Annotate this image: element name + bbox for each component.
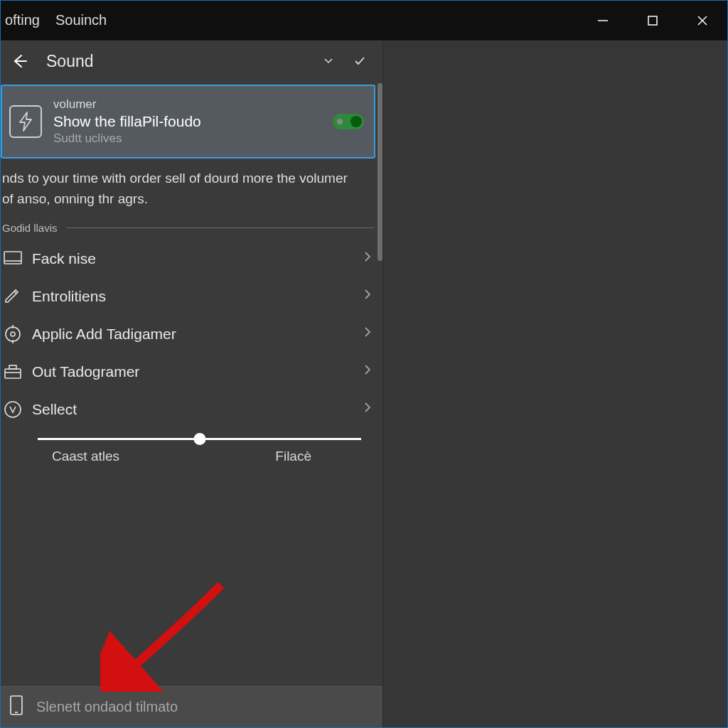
menu-label: Applic Add Tadigamer bbox=[32, 326, 364, 343]
content-area bbox=[383, 41, 727, 727]
circle-v-icon bbox=[4, 400, 32, 419]
slider-label-left: Caast atles bbox=[52, 449, 119, 464]
section-header: Godid llavis bbox=[1, 219, 382, 240]
section-label: Godid llavis bbox=[2, 222, 58, 234]
bottom-bar-label: Slenett ondaod tilmato bbox=[36, 699, 178, 715]
back-button[interactable] bbox=[1, 53, 38, 70]
card-subtitle: volumer bbox=[53, 97, 333, 112]
menu-label: Fack nise bbox=[32, 250, 364, 267]
card-title: Show the fillaPil-foudo bbox=[53, 113, 333, 130]
close-button[interactable] bbox=[678, 1, 727, 40]
svg-rect-14 bbox=[11, 696, 22, 714]
window-titlebar: ofting Souinch bbox=[1, 1, 727, 41]
card-text: volumer Show the fillaPil-foudo Sudtt uc… bbox=[53, 97, 333, 146]
scrollbar[interactable] bbox=[378, 83, 382, 261]
menu-label: Entrolitiens bbox=[32, 288, 364, 305]
svg-point-7 bbox=[11, 332, 15, 336]
arrow-left-icon bbox=[11, 53, 28, 70]
window-controls bbox=[578, 1, 727, 40]
slider-thumb[interactable] bbox=[193, 433, 205, 445]
monitor-icon bbox=[4, 251, 32, 267]
chevron-down-icon bbox=[324, 58, 333, 64]
svg-rect-1 bbox=[648, 16, 657, 25]
svg-rect-4 bbox=[4, 252, 21, 264]
menu-item-2[interactable]: Souinch bbox=[55, 12, 107, 28]
lightning-icon bbox=[9, 105, 42, 138]
chevron-right-icon bbox=[364, 326, 371, 341]
menu-item-sellect[interactable]: Sellect bbox=[1, 390, 382, 428]
menu-label: Sellect bbox=[32, 401, 364, 418]
slider-track[interactable] bbox=[38, 438, 361, 440]
volume-toggle-card[interactable]: volumer Show the fillaPil-foudo Sudtt uc… bbox=[1, 85, 375, 159]
chevron-right-icon bbox=[364, 289, 371, 304]
menu-label: Out Tadogramer bbox=[32, 363, 364, 380]
maximize-button[interactable] bbox=[628, 1, 678, 40]
menu-item-out-tadogramer[interactable]: Out Tadogramer bbox=[1, 353, 382, 390]
chevron-right-icon bbox=[364, 364, 371, 379]
panel-header: Sound bbox=[1, 41, 382, 82]
menu-item-entrolitiens[interactable]: Entrolitiens bbox=[1, 277, 382, 315]
toggle-switch[interactable] bbox=[333, 114, 364, 129]
settings-panel: Sound volumer Show the fillaPil-foudo Su… bbox=[1, 41, 383, 727]
minimize-button[interactable] bbox=[578, 1, 628, 40]
slider-labels: Caast atles Filacè bbox=[38, 449, 361, 464]
pencil-icon bbox=[4, 288, 32, 305]
annotation-arrow bbox=[100, 578, 228, 692]
svg-rect-11 bbox=[9, 365, 16, 369]
svg-rect-10 bbox=[5, 369, 21, 378]
svg-point-13 bbox=[5, 402, 21, 417]
chevron-right-icon bbox=[364, 402, 371, 417]
panel-title: Sound bbox=[38, 52, 313, 71]
menu-bar: ofting Souinch bbox=[1, 12, 107, 28]
check-icon bbox=[354, 56, 365, 66]
dropdown-button[interactable] bbox=[313, 58, 344, 64]
balance-slider[interactable]: Caast atles Filacè bbox=[1, 428, 382, 471]
menu-item-1[interactable]: ofting bbox=[5, 12, 40, 28]
phone-icon bbox=[9, 695, 23, 719]
chevron-right-icon bbox=[364, 251, 371, 266]
confirm-button[interactable] bbox=[344, 56, 375, 66]
description-text: nds to your time with order sell of dour… bbox=[1, 166, 382, 219]
svg-point-6 bbox=[6, 327, 20, 341]
menu-item-fack-nise[interactable]: Fack nise bbox=[1, 240, 382, 277]
card-description: Sudtt uclives bbox=[53, 132, 333, 146]
target-icon bbox=[4, 325, 32, 343]
bottom-bar[interactable]: Slenett ondaod tilmato bbox=[1, 686, 382, 727]
menu-item-applic-add[interactable]: Applic Add Tadigamer bbox=[1, 315, 382, 353]
toolbox-icon bbox=[4, 364, 32, 380]
slider-label-right: Filacè bbox=[275, 449, 311, 464]
